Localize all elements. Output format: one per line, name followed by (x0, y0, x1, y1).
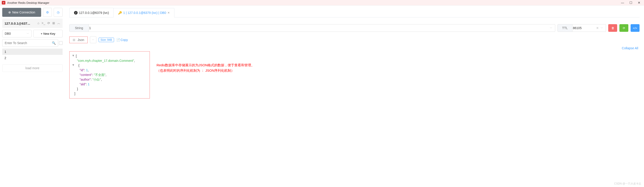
connection-label: 127.0.0.1@637... (4, 22, 30, 25)
sidebar: ⊕ New Connection ⚙ ◷ 127.0.0.1@637... ⌂ … (0, 6, 65, 186)
json-content: 不全面 (95, 73, 104, 77)
collapse-all-button[interactable]: Collapse All (69, 46, 640, 50)
refresh-button[interactable]: ⟳ (620, 24, 628, 32)
refresh-icon: ⟳ (623, 27, 625, 30)
gear-icon: ⚙ (46, 11, 49, 14)
chevron-down-icon: ﹀ (26, 32, 29, 35)
tree-icon: ⊞ (73, 38, 75, 42)
db-select-value: DB0 (5, 32, 11, 35)
key-icon: 🔑 (118, 11, 122, 15)
filter-checkbox[interactable] (59, 41, 62, 45)
key-item[interactable]: 1 (2, 49, 62, 55)
format-row: ⊞ Json ﹀ Size: 94B 📄 Copy (69, 36, 640, 43)
key-name-value: 1 (89, 26, 91, 30)
json-ald: 1 (88, 82, 90, 86)
new-key-label: New Key (44, 32, 55, 35)
annotation-text: Redis数据库中存储展示的为JSON格式的数据，便于查看和管理。 （也表明此时… (156, 63, 254, 73)
key-item[interactable]: 2 (2, 55, 62, 61)
connection-header[interactable]: 127.0.0.1@637... ⌂ >_ ⟳ ⊞ ︿ (2, 19, 62, 28)
terminal-icon[interactable]: >_ (42, 21, 45, 25)
format-select[interactable]: ⊞ Json (69, 37, 88, 43)
refresh-icon[interactable]: ⟳ (48, 21, 50, 25)
copy-icon: 📄 (116, 38, 120, 42)
tabs: i 127.0.0.1@6379 (ivc) 🔑 1 | 127.0.0.1@6… (69, 8, 640, 18)
json-author: 小白 (94, 78, 100, 81)
title-bar: ✳ Another Redis Desktop Manager — ☐ ✕ (0, 0, 644, 6)
code-icon: </> (633, 27, 637, 30)
key-info-row: String 1 ﹀ TTL 86105 ✕ ﹀ 🗑 (69, 24, 640, 32)
plus-icon: ⊕ (8, 11, 11, 14)
new-key-button[interactable]: + New Key (33, 30, 62, 37)
close-tab-icon[interactable]: ✕ (168, 11, 170, 14)
search-icon[interactable]: 🔍 (52, 41, 56, 45)
clear-ttl-icon[interactable]: ✕ (596, 26, 599, 30)
watermark: CSDN @一只大皮卡丘 (614, 182, 641, 186)
format-value: Json (78, 38, 84, 42)
load-more-button[interactable]: load more (2, 64, 62, 72)
annotation-line1: Redis数据库中存储展示的为JSON格式的数据，便于查看和管理。 (156, 63, 254, 68)
minimize-button[interactable]: — (621, 1, 624, 5)
copy-button[interactable]: 📄 Copy (116, 38, 128, 42)
new-connection-label: New Connection (12, 11, 35, 14)
trash-icon: 🗑 (611, 27, 614, 30)
toggle-icon[interactable]: ▶ (72, 55, 75, 58)
info-icon: i (74, 11, 78, 15)
size-badge: Size: 94B (98, 38, 114, 42)
new-connection-button[interactable]: ⊕ New Connection (2, 8, 41, 17)
plus-icon: + (41, 32, 42, 35)
tab-server-info[interactable]: i 127.0.0.1@6379 (ivc) (69, 8, 114, 17)
delete-button[interactable]: 🗑 (608, 24, 617, 32)
tab-label: 127.0.0.1@6379 (ivc) (79, 11, 109, 15)
settings-icon-button[interactable]: ⚙ (43, 8, 52, 17)
content-area: i 127.0.0.1@6379 (ivc) 🔑 1 | 127.0.0.1@6… (65, 6, 644, 186)
tab-key-detail[interactable]: 🔑 1 | 127.0.0.1@6379 (ivc) | DB0 ✕ (113, 8, 174, 18)
home-icon[interactable]: ⌂ (38, 21, 39, 25)
tab-label: 1 | 127.0.0.1@6379 (ivc) | DB0 (123, 11, 166, 15)
copy-label: Copy (120, 38, 128, 42)
window-controls: — ☐ ✕ (621, 1, 642, 5)
chevron-down-icon: ﹀ (92, 39, 94, 41)
toggle-icon[interactable]: ▶ (72, 64, 75, 67)
search-input-wrapper: 🔍 (2, 39, 58, 47)
app-icon: ✳ (2, 1, 5, 5)
code-button[interactable]: </> (630, 24, 640, 32)
json-class-name: com.myh.chapter_17.domain.Comment (78, 59, 133, 63)
collapse-icon[interactable]: ︿ (57, 21, 60, 25)
clock-icon: ◷ (57, 11, 60, 14)
close-button[interactable]: ✕ (638, 1, 640, 5)
format-dropdown[interactable]: ﹀ (90, 36, 96, 43)
ttl-input[interactable]: 86105 ✕ ﹀ (570, 24, 606, 32)
key-name-input[interactable]: 1 ﹀ (86, 24, 556, 32)
chevron-down-icon[interactable]: ﹀ (600, 27, 603, 30)
key-list: 1 2 (2, 49, 62, 61)
ttl-value: 86105 (573, 26, 582, 30)
window-title: Another Redis Desktop Manager (7, 1, 621, 5)
maximize-button[interactable]: ☐ (630, 1, 632, 5)
key-type: String (69, 24, 89, 32)
search-input[interactable] (5, 41, 51, 45)
db-select[interactable]: DB0 ﹀ (2, 30, 32, 37)
grid-icon[interactable]: ⊞ (52, 21, 55, 25)
json-viewer[interactable]: ▶ [ "com.myh.chapter_17.domain.Comment",… (69, 51, 150, 99)
chevron-down-icon[interactable]: ﹀ (550, 27, 552, 30)
history-icon-button[interactable]: ◷ (54, 8, 62, 17)
annotation-line2: （也表明此时的序列化机制为 ： JSON序列化机制） (156, 68, 254, 73)
